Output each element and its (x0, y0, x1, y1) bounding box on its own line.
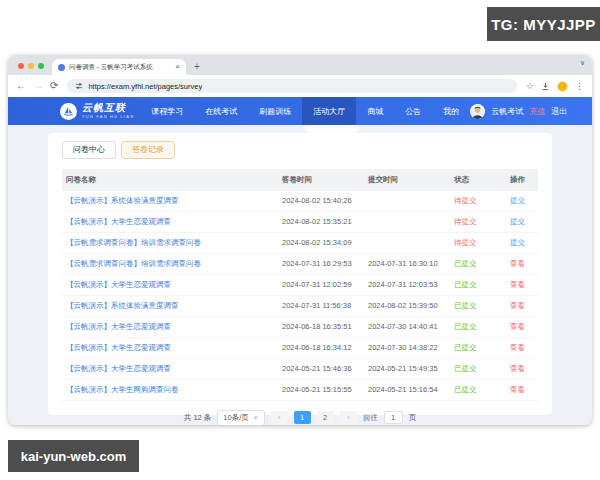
reload-icon[interactable]: ⟳ (50, 81, 58, 91)
forward-icon[interactable]: → (33, 81, 43, 91)
status-badge: 已提交 (450, 359, 506, 379)
action-link[interactable]: 提交 (506, 191, 538, 211)
survey-name-link[interactable]: 【云帆需求调查问卷】培训需求调查问卷 (62, 233, 278, 253)
browser-window: 问卷调查 - 云帆学习考试系统 × + ∨ ← → ⟳ https://exam… (8, 55, 592, 425)
status-badge: 已提交 (450, 338, 506, 358)
address-bar[interactable]: https://exam.yfhl.net/pages/survey (67, 79, 517, 93)
browser-profile-avatar[interactable] (557, 81, 568, 92)
col-header-submit-time: 提交时间 (364, 169, 450, 191)
answer-time: 2024-06-18 16:35:51 (278, 317, 364, 336)
submit-time: 2024-07-31 12:03:53 (364, 275, 450, 294)
menu-item-刷题训练[interactable]: 刷题训练 (248, 97, 302, 125)
survey-name-link[interactable]: 【云帆演示】大学生恋爱观调查 (62, 275, 278, 295)
download-icon[interactable] (541, 82, 550, 91)
action-link[interactable]: 查看 (506, 359, 538, 379)
answer-time: 2024-05-21 15:46:36 (278, 359, 364, 378)
site-settings-icon[interactable] (75, 82, 83, 90)
url-text[interactable]: https://exam.yfhl.net/pages/survey (88, 82, 202, 91)
logout-link[interactable]: 退出 (551, 106, 567, 117)
menu-item-公告[interactable]: 公告 (394, 97, 432, 125)
recharge-link[interactable]: 充值 (529, 106, 545, 117)
answer-time: 2024-08-02 15:35:21 (278, 212, 364, 231)
username-label[interactable]: 云帆考试 (491, 106, 523, 117)
page-buttons: 12 (294, 411, 334, 424)
table-row: 【云帆演示】大学生恋爱观调查2024-06-18 16:35:512024-07… (62, 317, 538, 338)
col-header-status: 状态 (450, 169, 506, 191)
survey-name-link[interactable]: 【云帆演示】系统体验满意度调查 (62, 191, 278, 211)
answer-time: 2024-08-02 15:34:09 (278, 233, 364, 252)
page-button-1[interactable]: 1 (294, 411, 311, 424)
answer-time: 2024-07-31 11:56:38 (278, 296, 364, 315)
action-link[interactable]: 查看 (506, 254, 538, 274)
table-row: 【云帆需求调查问卷】培训需求调查问卷2024-08-02 15:34:09待提交… (62, 233, 538, 254)
status-badge: 待提交 (450, 233, 506, 253)
action-link[interactable]: 查看 (506, 380, 538, 400)
survey-name-link[interactable]: 【云帆演示】大学生恋爱观调查 (62, 338, 278, 358)
status-badge: 已提交 (450, 254, 506, 274)
survey-name-link[interactable]: 【云帆演示】系统体验满意度调查 (62, 296, 278, 316)
back-icon[interactable]: ← (16, 81, 26, 91)
menu-item-我的[interactable]: 我的 (432, 97, 470, 125)
survey-name-link[interactable]: 【云帆演示】大学生恋爱观调查 (62, 212, 278, 232)
browser-menu-icon[interactable]: ⋮ (575, 81, 584, 91)
submit-time: 2024-07-31 16:30:10 (364, 254, 450, 273)
table-row: 【云帆演示】大学生恋爱观调查2024-07-31 12:02:592024-07… (62, 275, 538, 296)
action-link[interactable]: 查看 (506, 317, 538, 337)
menu-item-课程学习[interactable]: 课程学习 (140, 97, 194, 125)
menu-item-在线考试[interactable]: 在线考试 (194, 97, 248, 125)
tab-问卷中心[interactable]: 问卷中心 (62, 141, 116, 159)
prev-page-button[interactable]: ‹ (271, 411, 288, 424)
submit-time (364, 217, 450, 227)
action-link[interactable]: 提交 (506, 212, 538, 232)
window-controls (18, 63, 44, 69)
survey-name-link[interactable]: 【云帆需求调查问卷】培训需求调查问卷 (62, 254, 278, 274)
app-logo[interactable]: 云帆互联 YUN FAN HU LIAN (60, 103, 134, 120)
action-link[interactable]: 查看 (506, 275, 538, 295)
goto-page-input[interactable] (384, 411, 403, 424)
table-row: 【云帆演示】大学生恋爱观调查2024-06-18 16:34:122024-07… (62, 338, 538, 359)
action-link[interactable]: 提交 (506, 233, 538, 253)
sail-logo-icon (60, 103, 77, 120)
status-badge: 已提交 (450, 296, 506, 316)
close-window-icon[interactable] (18, 63, 24, 69)
tab-答卷记录[interactable]: 答卷记录 (121, 141, 175, 159)
menu-item-商城[interactable]: 商城 (356, 97, 394, 125)
new-tab-button[interactable]: + (194, 62, 200, 72)
col-header-action: 操作 (506, 169, 538, 191)
table-row: 【云帆演示】系统体验满意度调查2024-08-02 15:40:26待提交提交 (62, 191, 538, 212)
status-badge: 待提交 (450, 212, 506, 232)
survey-name-link[interactable]: 【云帆演示】大学生网购调查问卷 (62, 380, 278, 400)
answer-time: 2024-07-31 16:29:53 (278, 254, 364, 273)
close-tab-icon[interactable]: × (175, 63, 180, 71)
answer-time: 2024-07-31 12:02:59 (278, 275, 364, 294)
submit-time: 2024-05-21 15:16:54 (364, 380, 450, 399)
page-size-select[interactable]: 10条/页 ▼ (217, 410, 264, 425)
page-size-value: 10条/页 (223, 413, 248, 423)
tab-search-chevron-icon[interactable]: ∨ (580, 59, 585, 67)
user-avatar[interactable] (470, 104, 485, 119)
next-page-button[interactable]: › (340, 411, 357, 424)
submit-time: 2024-05-21 15:49:35 (364, 359, 450, 378)
survey-name-link[interactable]: 【云帆演示】大学生恋爱观调查 (62, 317, 278, 337)
user-area: 云帆考试 充值 退出 (470, 104, 567, 119)
status-badge: 已提交 (450, 275, 506, 295)
goto-label: 前往 (363, 413, 378, 423)
minimize-window-icon[interactable] (28, 63, 34, 69)
browser-tab[interactable]: 问卷调查 - 云帆学习考试系统 × (52, 59, 186, 75)
page-unit-label: 页 (409, 413, 417, 423)
maximize-window-icon[interactable] (38, 63, 44, 69)
submit-time: 2024-07-30 14:40:41 (364, 317, 450, 336)
bookmark-star-icon[interactable]: ☆ (526, 81, 534, 91)
chevron-down-icon: ▼ (253, 415, 259, 421)
pagination: 共 12 条 10条/页 ▼ ‹ 12 › 前往 页 (62, 410, 538, 425)
submit-time (364, 238, 450, 248)
survey-card: 问卷中心答卷记录 问卷名称 答卷时间 提交时间 状态 操作 【云帆演示】系统体验… (48, 133, 552, 415)
survey-name-link[interactable]: 【云帆演示】大学生恋爱观调查 (62, 359, 278, 379)
action-link[interactable]: 查看 (506, 338, 538, 358)
page-button-2[interactable]: 2 (317, 411, 334, 424)
action-link[interactable]: 查看 (506, 296, 538, 316)
tab-title: 问卷调查 - 云帆学习考试系统 (69, 63, 171, 72)
menu-item-活动大厅[interactable]: 活动大厅 (302, 97, 356, 125)
survey-tabs: 问卷中心答卷记录 (62, 141, 538, 159)
logo-subtitle: YUN FAN HU LIAN (82, 115, 134, 119)
